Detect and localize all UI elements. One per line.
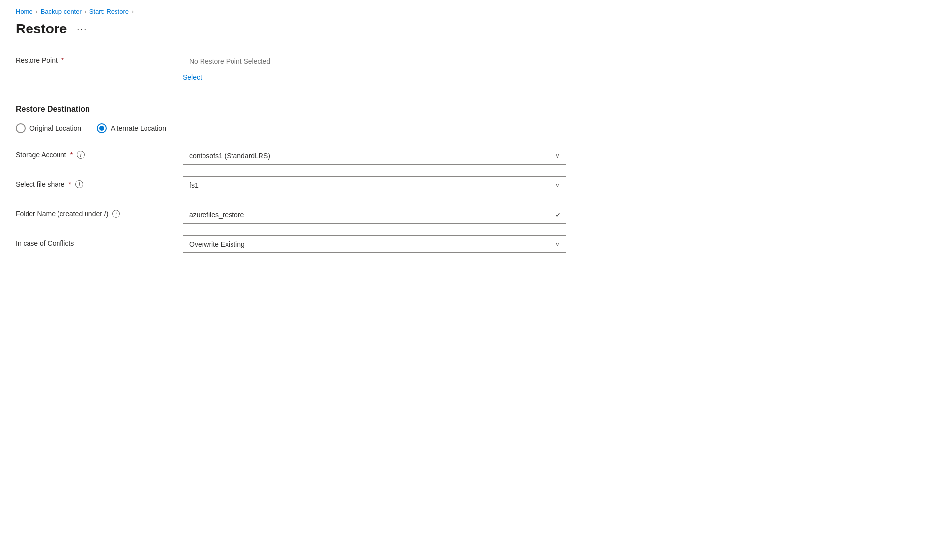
conflicts-control: Overwrite Existing ∨ — [183, 235, 566, 253]
conflicts-chevron-icon: ∨ — [555, 241, 560, 248]
conflicts-dropdown[interactable]: Overwrite Existing ∨ — [183, 235, 566, 253]
original-location-label: Original Location — [29, 124, 81, 132]
breadcrumb-sep-1: › — [36, 8, 38, 15]
alternate-location-radio[interactable] — [97, 123, 107, 133]
conflicts-row: In case of Conflicts Overwrite Existing … — [16, 235, 606, 253]
breadcrumb-home[interactable]: Home — [16, 8, 33, 15]
folder-name-input[interactable] — [183, 206, 566, 224]
page-container: Home › Backup center › Start: Restore › … — [0, 0, 928, 280]
storage-account-dropdown[interactable]: contosofs1 (StandardLRS) ∨ — [183, 147, 566, 165]
storage-account-label: Storage Account * i — [16, 147, 183, 159]
conflicts-label: In case of Conflicts — [16, 235, 183, 247]
folder-name-info-icon[interactable]: i — [112, 210, 120, 218]
restore-point-required: * — [61, 56, 64, 64]
more-options-button[interactable]: ··· — [73, 22, 91, 36]
folder-name-label: Folder Name (created under /) i — [16, 206, 183, 218]
folder-name-row: Folder Name (created under /) i ✓ — [16, 206, 606, 224]
restore-destination-section: Restore Destination Original Location Al… — [16, 105, 606, 133]
restore-point-select-link[interactable]: Select — [183, 73, 202, 81]
breadcrumb-sep-2: › — [85, 8, 87, 15]
original-location-radio[interactable] — [16, 123, 26, 133]
location-radio-group: Original Location Alternate Location — [16, 123, 606, 133]
storage-account-info-icon[interactable]: i — [77, 151, 85, 159]
file-share-row: Select file share * i fs1 ∨ — [16, 176, 606, 194]
folder-name-wrapper: ✓ — [183, 206, 566, 224]
alternate-location-radio-fill — [99, 126, 104, 131]
storage-account-value: contosofs1 (StandardLRS) — [189, 152, 555, 160]
alternate-location-option[interactable]: Alternate Location — [97, 123, 166, 133]
original-location-option[interactable]: Original Location — [16, 123, 81, 133]
file-share-value: fs1 — [189, 181, 555, 189]
file-share-info-icon[interactable]: i — [75, 180, 83, 188]
storage-account-control: contosofs1 (StandardLRS) ∨ — [183, 147, 566, 165]
conflicts-value: Overwrite Existing — [189, 240, 555, 248]
folder-name-checkmark-icon: ✓ — [555, 211, 561, 219]
restore-point-label: Restore Point * — [16, 53, 183, 64]
restore-destination-title: Restore Destination — [16, 105, 606, 113]
storage-account-required: * — [70, 151, 73, 159]
file-share-dropdown[interactable]: fs1 ∨ — [183, 176, 566, 194]
file-share-chevron-icon: ∨ — [555, 182, 560, 189]
restore-point-control: Select — [183, 53, 566, 81]
storage-account-row: Storage Account * i contosofs1 (Standard… — [16, 147, 606, 165]
restore-point-input[interactable] — [183, 53, 566, 70]
file-share-control: fs1 ∨ — [183, 176, 566, 194]
breadcrumb-sep-3: › — [132, 8, 134, 15]
storage-account-chevron-icon: ∨ — [555, 152, 560, 159]
breadcrumb-backup-center[interactable]: Backup center — [41, 8, 82, 15]
file-share-required: * — [69, 180, 71, 188]
alternate-location-label: Alternate Location — [111, 124, 166, 132]
breadcrumb: Home › Backup center › Start: Restore › — [16, 8, 912, 15]
folder-name-control: ✓ — [183, 206, 566, 224]
page-title: Restore — [16, 21, 67, 37]
page-title-row: Restore ··· — [16, 21, 912, 37]
file-share-label: Select file share * i — [16, 176, 183, 188]
breadcrumb-start-restore[interactable]: Start: Restore — [89, 8, 129, 15]
restore-point-row: Restore Point * Select — [16, 53, 606, 81]
form-section: Restore Point * Select Restore Destinati… — [16, 53, 606, 253]
